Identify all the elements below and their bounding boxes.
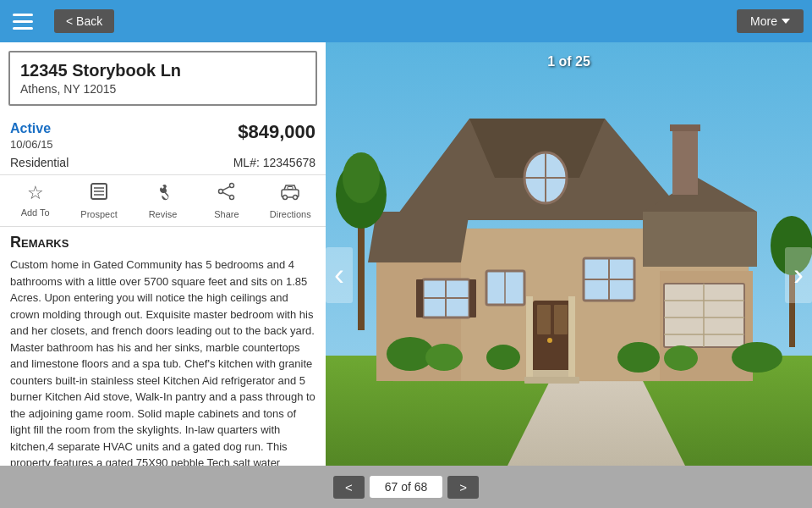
list-icon xyxy=(90,182,108,206)
status-price-row: Active 10/06/15 $849,000 xyxy=(0,114,326,154)
left-panel: 12345 Storybook Ln Athens, NY 12015 Acti… xyxy=(0,42,326,508)
svg-rect-57 xyxy=(358,212,365,330)
svg-rect-65 xyxy=(568,296,575,377)
share-icon xyxy=(217,182,236,206)
next-page-button[interactable]: > xyxy=(447,476,479,499)
more-label: More xyxy=(750,14,777,28)
actions-row: ☆ Add To Prospect xyxy=(0,175,326,227)
star-icon: ☆ xyxy=(27,182,44,204)
svg-rect-62 xyxy=(524,377,579,384)
property-type: Residential xyxy=(10,156,69,169)
next-image-button[interactable]: › xyxy=(785,247,812,303)
svg-point-5 xyxy=(218,190,222,194)
address-line2: Athens, NY 12015 xyxy=(20,82,305,96)
svg-point-31 xyxy=(547,338,552,343)
svg-rect-26 xyxy=(672,127,698,195)
remarks-title: Remarks xyxy=(10,234,315,251)
svg-point-56 xyxy=(732,342,782,373)
page-info: 67 of 68 xyxy=(370,476,443,498)
revise-label: Revise xyxy=(149,209,178,219)
svg-rect-67 xyxy=(469,279,476,318)
car-icon xyxy=(280,182,300,206)
address-section: 12345 Storybook Ln Athens, NY 12015 xyxy=(8,51,317,106)
main-content: 12345 Storybook Ln Athens, NY 12015 Acti… xyxy=(0,42,812,508)
status-label: Active xyxy=(10,121,53,136)
directions-action[interactable]: Directions xyxy=(265,182,315,219)
prospect-label: Prospect xyxy=(80,209,117,219)
status-block: Active 10/06/15 xyxy=(10,121,53,151)
revise-action[interactable]: Revise xyxy=(137,182,188,219)
add-to-action[interactable]: ☆ Add To xyxy=(10,182,61,219)
remarks-text: Custom home in Gated Community has 5 bed… xyxy=(10,257,315,472)
property-image xyxy=(326,42,812,508)
prev-page-button[interactable]: < xyxy=(333,476,365,499)
svg-point-11 xyxy=(294,196,298,200)
prospect-action[interactable]: Prospect xyxy=(74,182,124,219)
price: $849,000 xyxy=(238,121,315,143)
svg-rect-30 xyxy=(554,305,568,334)
share-action[interactable]: Share xyxy=(201,182,252,219)
image-counter: 1 of 25 xyxy=(547,54,590,69)
svg-point-6 xyxy=(229,196,233,200)
directions-label: Directions xyxy=(270,209,311,219)
hamburger-menu[interactable] xyxy=(8,9,37,34)
prev-image-button[interactable]: ‹ xyxy=(326,247,353,303)
svg-point-59 xyxy=(343,152,380,203)
svg-line-7 xyxy=(222,186,229,190)
svg-point-55 xyxy=(664,345,698,371)
svg-rect-64 xyxy=(526,296,533,377)
right-panel: 1 of 25 ‹ › xyxy=(326,42,812,508)
svg-point-10 xyxy=(283,196,288,200)
svg-point-54 xyxy=(617,342,660,373)
svg-rect-66 xyxy=(416,279,423,318)
svg-line-8 xyxy=(222,192,229,196)
address-line1: 12345 Storybook Ln xyxy=(20,61,305,80)
svg-point-4 xyxy=(229,184,233,188)
add-to-label: Add To xyxy=(21,207,50,218)
svg-rect-63 xyxy=(529,370,575,377)
svg-marker-24 xyxy=(643,212,757,267)
pagination-bar: < 67 of 68 > xyxy=(0,466,812,508)
svg-rect-12 xyxy=(288,187,293,190)
type-mls-row: Residential ML#: 12345678 xyxy=(0,154,326,175)
status-date: 10/06/15 xyxy=(10,138,53,151)
svg-point-52 xyxy=(425,344,463,371)
svg-rect-29 xyxy=(537,305,551,334)
svg-marker-23 xyxy=(368,212,469,262)
top-bar: < Back More xyxy=(0,0,812,42)
svg-point-53 xyxy=(486,345,520,370)
more-button[interactable]: More xyxy=(737,9,804,33)
chevron-down-icon xyxy=(782,19,790,24)
back-button[interactable]: < Back xyxy=(54,9,114,33)
wrench-icon xyxy=(153,182,172,206)
share-label: Share xyxy=(214,209,239,219)
mls-info: ML#: 12345678 xyxy=(233,156,315,169)
svg-rect-27 xyxy=(670,124,700,131)
